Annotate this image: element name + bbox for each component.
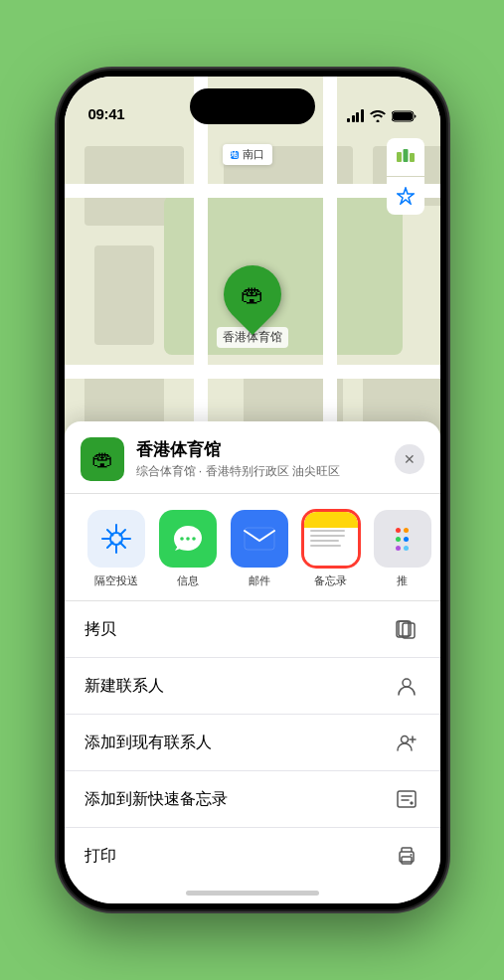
location-button[interactable] [387, 177, 424, 215]
quick-note-label: 添加到新快速备忘录 [84, 789, 228, 810]
share-row: 隔空投送 信息 [65, 494, 440, 601]
close-icon: ✕ [404, 451, 416, 467]
new-contact-icon [393, 672, 420, 700]
svg-rect-1 [393, 112, 413, 120]
share-more[interactable]: 推 [367, 510, 438, 588]
sheet-header: 🏟 香港体育馆 综合体育馆 · 香港特别行政区 油尖旺区 ✕ [65, 421, 440, 494]
copy-icon [393, 615, 420, 643]
status-time: 09:41 [88, 105, 125, 122]
action-print[interactable]: 打印 [65, 828, 440, 884]
map-type-button[interactable] [387, 138, 424, 176]
svg-point-6 [180, 537, 184, 541]
more-icon-wrap [374, 510, 431, 568]
more-label: 推 [397, 573, 408, 588]
share-messages[interactable]: 信息 [152, 510, 224, 588]
venue-desc: 综合体育馆 · 香港特别行政区 油尖旺区 [136, 463, 383, 480]
phone-screen: 09:41 [65, 77, 440, 903]
stadium-icon: 🏟 [241, 280, 264, 308]
svg-rect-3 [403, 149, 408, 162]
bottom-sheet: 🏟 香港体育馆 综合体育馆 · 香港特别行政区 油尖旺区 ✕ [65, 421, 440, 903]
notes-label: 备忘录 [314, 573, 347, 588]
action-copy[interactable]: 拷贝 [65, 601, 440, 658]
quick-note-icon [393, 785, 420, 813]
mail-icon-wrap [231, 510, 288, 568]
venue-icon: 🏟 [81, 437, 124, 481]
dynamic-island [190, 88, 315, 124]
svg-rect-17 [402, 857, 412, 864]
venue-info: 香港体育馆 综合体育馆 · 香港特别行政区 油尖旺区 [136, 438, 383, 480]
airdrop-icon-wrap [87, 510, 145, 568]
messages-label: 信息 [177, 573, 199, 588]
svg-point-7 [186, 537, 190, 541]
action-list: 拷贝 新建联系人 [65, 601, 440, 884]
airdrop-label: 隔空投送 [94, 573, 138, 588]
svg-rect-4 [410, 153, 415, 162]
share-airdrop[interactable]: 隔空投送 [81, 510, 152, 588]
wifi-icon [370, 110, 386, 122]
label-text: 南口 [243, 147, 264, 162]
stadium-pin: 🏟 [211, 253, 292, 335]
svg-rect-15 [398, 791, 416, 807]
stadium-marker[interactable]: 🏟 香港体育馆 [217, 265, 288, 348]
notes-icon [304, 512, 358, 566]
action-new-contact[interactable]: 新建联系人 [65, 658, 440, 715]
sheet-close-button[interactable]: ✕ [395, 444, 424, 474]
svg-rect-2 [397, 152, 402, 162]
svg-point-8 [192, 537, 196, 541]
signal-icon [347, 109, 364, 122]
print-label: 打印 [84, 846, 116, 867]
venue-name: 香港体育馆 [136, 438, 383, 461]
svg-point-14 [401, 736, 408, 743]
print-icon [393, 842, 420, 870]
map-label: 地 南口 [223, 144, 272, 165]
svg-point-13 [403, 679, 411, 687]
messages-icon-wrap [159, 510, 217, 568]
action-quick-note[interactable]: 添加到新快速备忘录 [65, 771, 440, 828]
share-mail[interactable]: 邮件 [224, 510, 295, 588]
copy-label: 拷贝 [84, 619, 116, 640]
metro-icon: 地 [231, 151, 239, 159]
home-indicator [186, 891, 319, 896]
svg-point-18 [410, 854, 412, 856]
mail-label: 邮件 [249, 573, 270, 588]
add-contact-icon [393, 729, 420, 756]
action-add-contact[interactable]: 添加到现有联系人 [65, 715, 440, 771]
share-notes[interactable]: 备忘录 [295, 510, 367, 588]
notes-icon-wrap [302, 510, 360, 568]
status-icons [347, 109, 417, 122]
new-contact-label: 新建联系人 [84, 676, 164, 697]
map-controls [387, 138, 424, 215]
add-contact-label: 添加到现有联系人 [84, 733, 212, 753]
battery-icon [392, 110, 417, 122]
phone-frame: 09:41 [59, 71, 446, 909]
svg-rect-9 [245, 528, 274, 550]
